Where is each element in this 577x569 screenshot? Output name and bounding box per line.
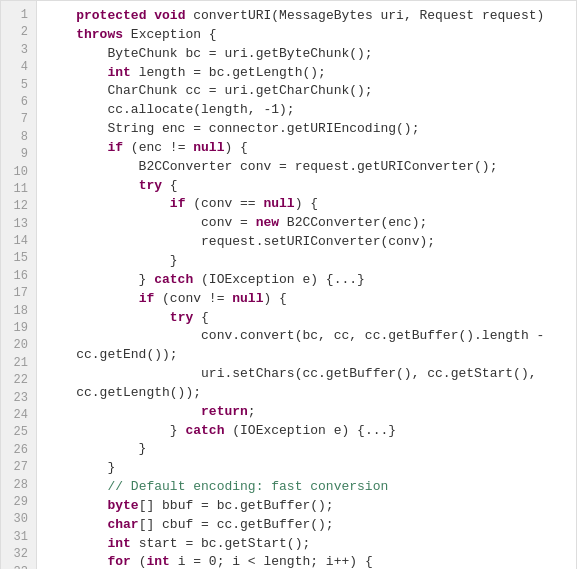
code-line: cc.getEnd()); [45,346,568,365]
line-number: 10 [1,164,36,181]
code-line: conv = new B2CConverter(enc); [45,214,568,233]
code-line: String enc = connector.getURIEncoding(); [45,120,568,139]
line-number-gutter: 1234567891011121314151617181920212223242… [1,1,37,569]
code-line: uri.setChars(cc.getBuffer(), cc.getStart… [45,365,568,384]
code-line: conv.convert(bc, cc, cc.getBuffer().leng… [45,327,568,346]
code-line: request.setURIConverter(conv); [45,233,568,252]
code-line: int start = bc.getStart(); [45,535,568,554]
code-line: B2CConverter conv = request.getURIConver… [45,158,568,177]
line-number: 17 [1,285,36,302]
line-number: 19 [1,320,36,337]
code-line: } [45,459,568,478]
line-number: 22 [1,372,36,389]
code-line: try { [45,177,568,196]
code-line: if (conv != null) { [45,290,568,309]
code-line: try { [45,309,568,328]
line-number: 6 [1,94,36,111]
line-number: 31 [1,529,36,546]
line-number: 12 [1,198,36,215]
line-number: 4 [1,59,36,76]
code-line: protected void convertURI(MessageBytes u… [45,7,568,26]
line-number: 25 [1,424,36,441]
code-viewer: 1234567891011121314151617181920212223242… [0,0,577,569]
line-number: 14 [1,233,36,250]
line-number: 11 [1,181,36,198]
line-number: 21 [1,355,36,372]
code-line: int length = bc.getLength(); [45,64,568,83]
line-number: 1 [1,7,36,24]
line-number: 2 [1,24,36,41]
code-line: } catch (IOException e) {...} [45,271,568,290]
line-number: 33 [1,564,36,570]
line-number: 5 [1,77,36,94]
line-number: 26 [1,442,36,459]
line-number: 18 [1,303,36,320]
line-number: 28 [1,477,36,494]
code-line: throws Exception { [45,26,568,45]
code-line: return; [45,403,568,422]
code-line: cc.allocate(length, -1); [45,101,568,120]
code-line: } [45,440,568,459]
line-number: 7 [1,111,36,128]
line-number: 27 [1,459,36,476]
code-line: CharChunk cc = uri.getCharChunk(); [45,82,568,101]
code-line: } catch (IOException e) {...} [45,422,568,441]
line-number: 32 [1,546,36,563]
line-number: 24 [1,407,36,424]
line-number: 29 [1,494,36,511]
code-line: } [45,252,568,271]
line-number: 15 [1,250,36,267]
line-number: 20 [1,337,36,354]
code-line: if (enc != null) { [45,139,568,158]
line-number: 16 [1,268,36,285]
line-number: 30 [1,511,36,528]
line-number: 3 [1,42,36,59]
code-line: if (conv == null) { [45,195,568,214]
line-number: 8 [1,129,36,146]
code-line: byte[] bbuf = bc.getBuffer(); [45,497,568,516]
code-line: ByteChunk bc = uri.getByteChunk(); [45,45,568,64]
line-number: 9 [1,146,36,163]
code-line: // Default encoding: fast conversion [45,478,568,497]
code-line: char[] cbuf = cc.getBuffer(); [45,516,568,535]
code-line: cc.getLength()); [45,384,568,403]
line-number: 13 [1,216,36,233]
line-number: 23 [1,390,36,407]
code-line: for (int i = 0; i < length; i++) { [45,553,568,569]
code-content: protected void convertURI(MessageBytes u… [37,1,576,569]
